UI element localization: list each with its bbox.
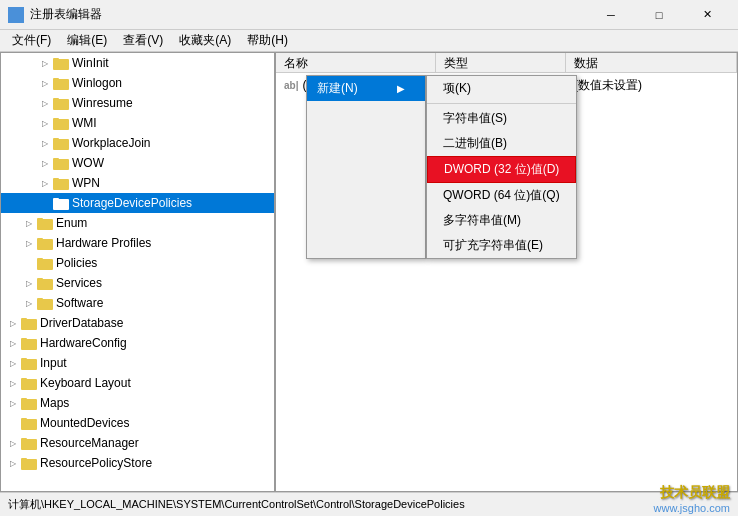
tree-item-driverdatabase[interactable]: ▷ DriverDatabase	[1, 313, 274, 333]
folder-icon	[53, 136, 69, 150]
expand-arrow: ▷	[5, 375, 21, 391]
tree-item-enum[interactable]: ▷ Enum	[1, 213, 274, 233]
tree-item-wow[interactable]: ▷ WOW	[1, 153, 274, 173]
col-header-type: 类型	[436, 53, 566, 72]
svg-rect-6	[53, 58, 59, 61]
tree-item-services[interactable]: ▷ Services	[1, 273, 274, 293]
tree-item-input[interactable]: ▷ Input	[1, 353, 274, 373]
folder-icon	[37, 236, 53, 250]
folder-icon	[37, 276, 53, 290]
expand-arrow: ▷	[37, 175, 53, 191]
tree-item-workplacejoin[interactable]: ▷ WorkplaceJoin	[1, 133, 274, 153]
tree-scroll[interactable]: ▷ WinInit ▷ Winlogon ▷ Winresum	[1, 53, 274, 491]
expand-arrow: ▷	[37, 155, 53, 171]
tree-label: WPN	[72, 176, 100, 190]
submenu-item-binary[interactable]: 二进制值(B)	[427, 131, 576, 156]
tree-item-mounteddevices[interactable]: MountedDevices	[1, 413, 274, 433]
tree-pane: ▷ WinInit ▷ Winlogon ▷ Winresum	[1, 53, 276, 491]
col-header-data: 数据	[566, 53, 737, 72]
tree-label: Policies	[56, 256, 97, 270]
tree-label: Input	[40, 356, 67, 370]
folder-icon	[21, 456, 37, 470]
expand-arrow: ▷	[5, 395, 21, 411]
watermark: 技术员联盟 www.jsgho.com	[654, 484, 730, 514]
submenu-item-multistring[interactable]: 多字符串值(M)	[427, 208, 576, 233]
close-button[interactable]: ✕	[684, 0, 730, 30]
tree-label: WorkplaceJoin	[72, 136, 150, 150]
tree-item-maps[interactable]: ▷ Maps	[1, 393, 274, 413]
folder-icon	[21, 336, 37, 350]
watermark-line1: 技术员联盟	[654, 484, 730, 502]
menu-edit[interactable]: 编辑(E)	[59, 30, 115, 51]
tree-item-hardware-profiles[interactable]: ▷ Hardware Profiles	[1, 233, 274, 253]
tree-label: Software	[56, 296, 103, 310]
tree-item-hardwareconfig[interactable]: ▷ HardwareConfig	[1, 333, 274, 353]
tree-item-winlogon[interactable]: ▷ Winlogon	[1, 73, 274, 93]
tree-label: HardwareConfig	[40, 336, 127, 350]
submenu-item-key[interactable]: 项(K)	[427, 76, 576, 101]
submenu-item-expandstring[interactable]: 可扩充字符串值(E)	[427, 233, 576, 258]
tree-label: Maps	[40, 396, 69, 410]
submenu-arrow: ▶	[397, 83, 405, 94]
svg-rect-1	[17, 9, 22, 14]
svg-rect-30	[37, 298, 43, 301]
expand-arrow: ▷	[5, 435, 21, 451]
tree-item-wpn[interactable]: ▷ WPN	[1, 173, 274, 193]
svg-rect-26	[37, 258, 43, 261]
svg-rect-36	[21, 358, 27, 361]
separator	[427, 103, 576, 104]
svg-rect-32	[21, 318, 27, 321]
menu-view[interactable]: 查看(V)	[115, 30, 171, 51]
tree-label: Enum	[56, 216, 87, 230]
menu-bar: 文件(F) 编辑(E) 查看(V) 收藏夹(A) 帮助(H)	[0, 30, 738, 52]
svg-rect-24	[37, 238, 43, 241]
submenu-item-dword[interactable]: DWORD (32 位)值(D)	[427, 156, 576, 183]
tree-item-keyboard-layout[interactable]: ▷ Keyboard Layout	[1, 373, 274, 393]
svg-rect-18	[53, 178, 59, 181]
tree-label: Winlogon	[72, 76, 122, 90]
menu-help[interactable]: 帮助(H)	[239, 30, 296, 51]
submenu-item-string[interactable]: 字符串值(S)	[427, 106, 576, 131]
submenu-item-qword[interactable]: QWORD (64 位)值(Q)	[427, 183, 576, 208]
folder-icon	[53, 116, 69, 130]
tree-label: MountedDevices	[40, 416, 129, 430]
tree-item-resourcepolicystore[interactable]: ▷ ResourcePolicyStore	[1, 453, 274, 473]
tree-label: WOW	[72, 156, 104, 170]
svg-rect-10	[53, 98, 59, 101]
tree-label: ResourcePolicyStore	[40, 456, 152, 470]
folder-icon	[53, 56, 69, 70]
tree-item-wininit[interactable]: ▷ WinInit	[1, 53, 274, 73]
folder-icon	[21, 396, 37, 410]
tree-item-winresume[interactable]: ▷ Winresume	[1, 93, 274, 113]
maximize-button[interactable]: □	[636, 0, 682, 30]
tree-item-resourcemanager[interactable]: ▷ ResourceManager	[1, 433, 274, 453]
folder-icon	[21, 356, 37, 370]
window-controls: ─ □ ✕	[588, 0, 730, 30]
minimize-button[interactable]: ─	[588, 0, 634, 30]
folder-icon	[53, 96, 69, 110]
svg-rect-28	[37, 278, 43, 281]
tree-item-software[interactable]: ▷ Software	[1, 293, 274, 313]
ctx-item-new[interactable]: 新建(N) ▶	[307, 76, 425, 101]
menu-favorites[interactable]: 收藏夹(A)	[171, 30, 239, 51]
tree-item-storagedevicepolicies[interactable]: StorageDevicePolicies	[1, 193, 274, 213]
app-icon	[8, 7, 24, 23]
status-path: 计算机\HKEY_LOCAL_MACHINE\SYSTEM\CurrentCon…	[8, 497, 465, 512]
expand-arrow: ▷	[21, 275, 37, 291]
folder-icon	[53, 196, 69, 210]
tree-item-policies[interactable]: Policies	[1, 253, 274, 273]
expand-arrow: ▷	[21, 295, 37, 311]
col-header-name: 名称	[276, 53, 436, 72]
tree-item-wmi[interactable]: ▷ WMI	[1, 113, 274, 133]
reg-data: (数值未设置)	[566, 77, 737, 94]
watermark-line2: www.jsgho.com	[654, 502, 730, 514]
folder-icon	[53, 76, 69, 90]
svg-rect-2	[10, 16, 15, 21]
svg-rect-46	[21, 458, 27, 461]
expand-arrow: ▷	[37, 115, 53, 131]
folder-icon	[21, 316, 37, 330]
menu-file[interactable]: 文件(F)	[4, 30, 59, 51]
expand-arrow: ▷	[37, 75, 53, 91]
expand-arrow: ▷	[37, 55, 53, 71]
expand-arrow: ▷	[5, 315, 21, 331]
